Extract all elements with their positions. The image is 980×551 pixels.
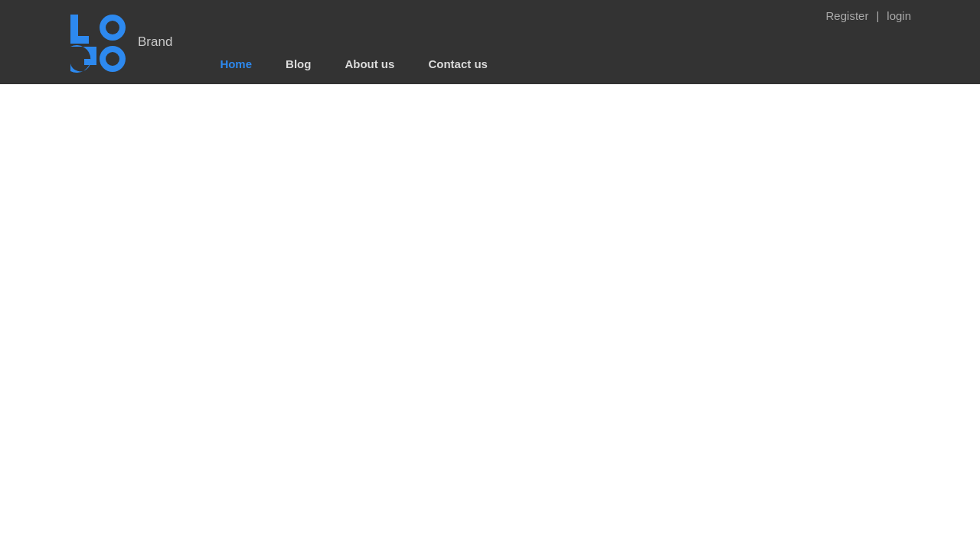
auth-links: Register | login bbox=[826, 9, 911, 22]
register-link[interactable]: Register bbox=[826, 9, 869, 22]
login-link[interactable]: login bbox=[887, 9, 911, 22]
logo-brand-link[interactable]: Brand bbox=[69, 11, 172, 73]
logo-icon bbox=[69, 11, 130, 73]
svg-rect-1 bbox=[70, 36, 89, 44]
svg-point-3 bbox=[106, 21, 119, 34]
main-content bbox=[0, 84, 980, 543]
nav-about[interactable]: About us bbox=[328, 57, 411, 70]
nav-home[interactable]: Home bbox=[203, 57, 269, 70]
brand-text: Brand bbox=[138, 34, 172, 50]
svg-point-5 bbox=[106, 52, 119, 66]
nav-contact[interactable]: Contact us bbox=[411, 57, 505, 70]
auth-separator: | bbox=[876, 9, 879, 22]
site-header: Brand Home Blog About us Contact us Regi… bbox=[0, 0, 980, 84]
nav-blog[interactable]: Blog bbox=[269, 57, 328, 70]
main-nav: Home Blog About us Contact us bbox=[203, 57, 505, 84]
